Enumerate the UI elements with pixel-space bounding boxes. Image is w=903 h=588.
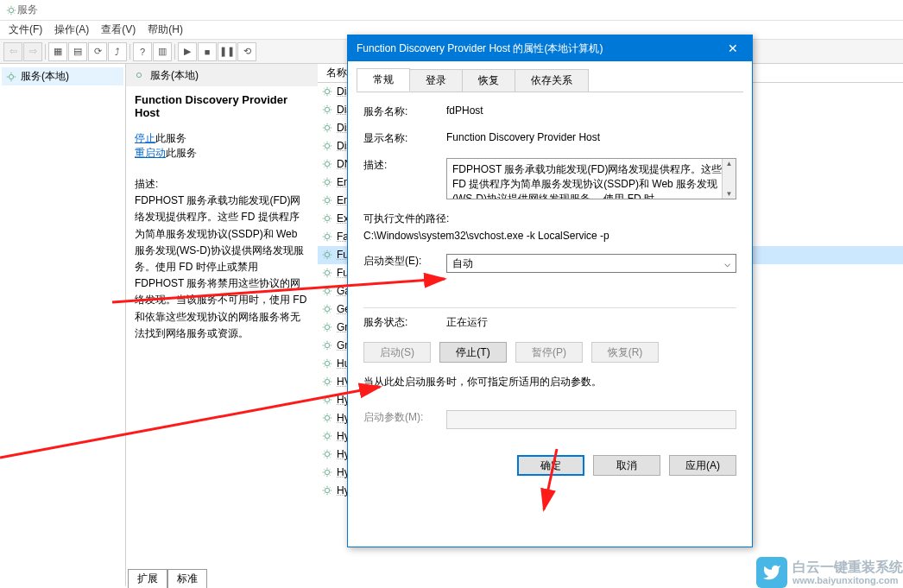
startup-type-select[interactable]: 自动 <box>446 254 736 273</box>
tab-dependencies[interactable]: 依存关系 <box>515 69 589 92</box>
services-app-icon <box>5 4 17 16</box>
service-status-value: 正在运行 <box>446 315 736 330</box>
gear-icon <box>321 303 333 315</box>
gear-icon <box>321 430 333 442</box>
gear-icon <box>321 339 333 351</box>
gear-icon <box>321 466 333 478</box>
export-button[interactable]: ⤴ <box>108 42 127 61</box>
toolbar-btn-3[interactable]: ▥ <box>153 42 172 61</box>
menu-file[interactable]: 文件(F) <box>3 21 47 39</box>
gear-icon <box>321 212 333 224</box>
display-name-label: 显示名称: <box>363 131 446 146</box>
stop-button[interactable]: 停止(T) <box>439 342 507 363</box>
service-status-label: 服务状态: <box>363 315 446 330</box>
svg-point-22 <box>325 433 329 438</box>
description-box[interactable]: FDPHOST 服务承载功能发现(FD)网络发现提供程序。这些 FD 提供程序为… <box>446 158 736 199</box>
start-hint-text: 当从此处启动服务时，你可指定所适用的启动参数。 <box>363 375 736 389</box>
help-button[interactable]: ? <box>133 42 152 61</box>
desc-label: 描述: <box>135 176 309 193</box>
svg-point-1 <box>9 74 13 79</box>
gear-icon <box>321 484 333 496</box>
watermark-name: 白云一键重装系统 <box>792 560 903 575</box>
svg-point-3 <box>325 89 329 93</box>
startup-type-label: 启动类型(E): <box>363 254 446 269</box>
detail-panel: 服务(本地) Function Discovery Provider Host … <box>126 64 318 586</box>
exe-path-value: C:\Windows\system32\svchost.exe -k Local… <box>363 230 736 242</box>
watermark-url: www.baiyunxitong.com <box>792 575 903 585</box>
gear-icon <box>321 176 333 188</box>
svg-point-2 <box>136 73 141 77</box>
watermark-logo-icon <box>756 557 787 588</box>
pause-button[interactable]: ❚❚ <box>218 42 237 61</box>
stop-button[interactable]: ■ <box>198 42 217 61</box>
svg-point-8 <box>325 180 329 184</box>
svg-point-18 <box>325 361 329 365</box>
svg-point-10 <box>325 216 329 220</box>
svg-point-7 <box>325 161 329 166</box>
svg-point-5 <box>325 125 329 130</box>
gear-icon <box>321 249 333 261</box>
tab-standard[interactable]: 标准 <box>167 569 207 588</box>
desc-scrollbar[interactable] <box>722 159 736 199</box>
apply-button[interactable]: 应用(A) <box>669 455 736 476</box>
start-params-label: 启动参数(M): <box>363 410 446 425</box>
svg-point-9 <box>325 198 329 202</box>
svg-point-24 <box>325 470 329 474</box>
properties-dialog: Function Discovery Provider Host 的属性(本地计… <box>347 35 753 547</box>
refresh-button[interactable]: ⟳ <box>88 42 107 61</box>
menu-view[interactable]: 查看(V) <box>96 21 141 39</box>
stop-service-link[interactable]: 停止 <box>135 132 155 144</box>
gear-icon <box>321 394 333 406</box>
ok-button[interactable]: 确定 <box>517 455 584 476</box>
tab-logon[interactable]: 登录 <box>409 69 463 92</box>
gear-icon <box>321 122 333 134</box>
svg-point-12 <box>325 252 329 256</box>
back-button: ⇦ <box>3 42 22 61</box>
detail-service-name: Function Discovery Provider Host <box>135 93 309 119</box>
dialog-title-text: Function Discovery Provider Host 的属性(本地计… <box>357 41 603 56</box>
svg-point-14 <box>325 288 329 293</box>
service-name-label: 服务名称: <box>363 104 446 119</box>
svg-point-16 <box>325 325 329 329</box>
resume-button: 恢复(R) <box>591 342 659 363</box>
gear-icon <box>321 267 333 279</box>
toolbar-btn-1[interactable]: ▦ <box>48 42 67 61</box>
gear-icon <box>321 448 333 460</box>
play-button[interactable]: ▶ <box>178 42 197 61</box>
svg-point-25 <box>325 488 329 492</box>
gear-icon <box>321 357 333 370</box>
gear-icon <box>321 194 333 206</box>
svg-point-15 <box>325 307 329 311</box>
menu-help[interactable]: 帮助(H) <box>142 21 188 39</box>
svg-point-19 <box>325 379 329 383</box>
start-params-input <box>446 410 736 429</box>
gear-icon <box>321 158 333 170</box>
start-button: 启动(S) <box>363 342 431 363</box>
cancel-button[interactable]: 取消 <box>593 455 660 476</box>
gear-icon <box>133 69 145 81</box>
gear-icon <box>321 321 333 333</box>
svg-point-23 <box>325 452 329 456</box>
gear-icon <box>321 85 333 98</box>
svg-point-13 <box>325 270 329 275</box>
restart-button[interactable]: ⟲ <box>237 42 256 61</box>
gear-icon <box>321 140 333 152</box>
tree-item-services-local[interactable]: 服务(本地) <box>2 67 123 85</box>
forward-button: ⇨ <box>23 42 42 61</box>
window-title-bar: 服务 <box>0 0 903 21</box>
svg-point-17 <box>325 343 329 347</box>
tab-extended[interactable]: 扩展 <box>128 569 167 588</box>
tab-recovery[interactable]: 恢复 <box>462 69 515 92</box>
window-title: 服务 <box>17 3 38 17</box>
gear-icon <box>321 104 333 116</box>
svg-point-0 <box>9 8 13 12</box>
close-icon[interactable]: ✕ <box>723 41 743 55</box>
tab-general[interactable]: 常规 <box>357 68 410 92</box>
dialog-title-bar[interactable]: Function Discovery Provider Host 的属性(本地计… <box>348 35 752 61</box>
tree-panel: 服务(本地) <box>0 64 126 586</box>
svg-point-4 <box>325 107 329 111</box>
restart-service-link[interactable]: 重启动 <box>135 147 166 159</box>
toolbar-btn-2[interactable]: ▤ <box>68 42 87 61</box>
service-name-value: fdPHost <box>446 104 736 117</box>
menu-action[interactable]: 操作(A) <box>49 21 94 39</box>
